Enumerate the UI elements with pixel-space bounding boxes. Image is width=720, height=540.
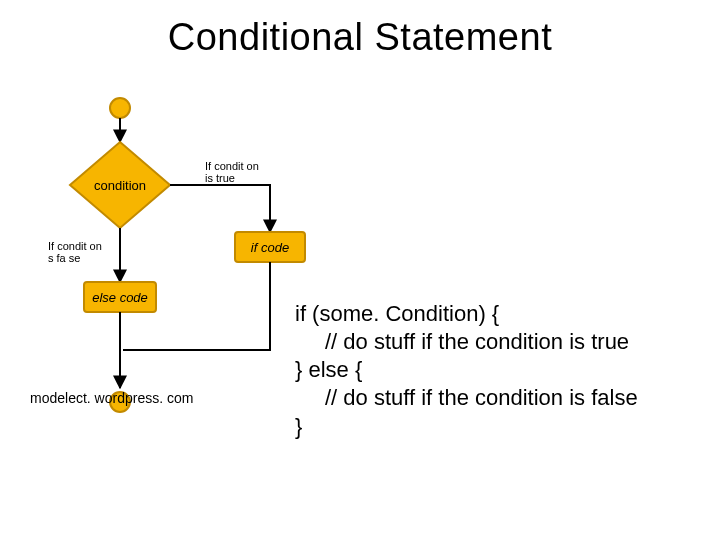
else-code-label: else code [92,290,148,305]
false-branch-label: If condit on s fa se [48,240,105,264]
page-title: Conditional Statement [0,16,720,59]
code-line-2: // do stuff if the condition is true [295,328,705,356]
if-code-label: if code [251,240,289,255]
edge-true [170,185,270,232]
code-snippet: if (some. Condition) { // do stuff if th… [295,300,705,441]
code-line-5: } [295,413,705,441]
code-line-1: if (some. Condition) { [295,300,705,328]
source-credit: modelect. wordpress. com [30,390,193,406]
true-branch-label: If condit on is true [205,160,262,184]
decision-label: condition [94,178,146,193]
start-node [110,98,130,118]
code-line-4: // do stuff if the condition is false [295,384,705,412]
code-line-3: } else { [295,356,705,384]
slide: Conditional Statement condition If condi… [0,0,720,540]
